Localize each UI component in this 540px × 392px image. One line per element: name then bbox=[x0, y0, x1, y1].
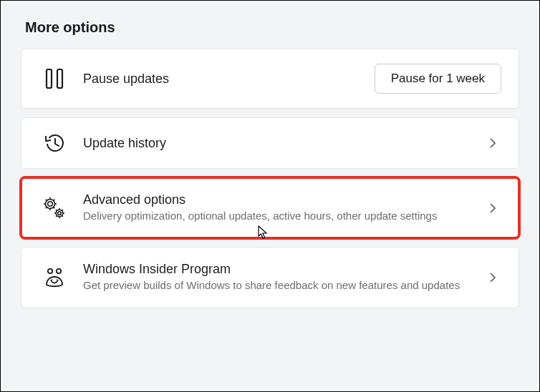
chevron-right-icon bbox=[484, 137, 501, 149]
svg-rect-1 bbox=[57, 69, 62, 88]
advanced-options-subtitle: Delivery optimization, optional updates,… bbox=[83, 209, 476, 223]
svg-line-9 bbox=[54, 207, 55, 208]
pause-icon bbox=[33, 68, 76, 89]
gears-icon bbox=[33, 197, 76, 220]
svg-line-11 bbox=[54, 199, 55, 200]
svg-line-21 bbox=[62, 210, 63, 211]
svg-point-13 bbox=[56, 210, 63, 217]
option-row-advanced-options[interactable]: Advanced options Delivery optimization, … bbox=[21, 177, 519, 238]
chevron-right-icon bbox=[484, 202, 501, 214]
history-icon bbox=[33, 132, 76, 154]
section-title: More options bbox=[25, 19, 519, 36]
chevron-right-icon bbox=[484, 272, 501, 283]
svg-point-22 bbox=[48, 269, 52, 273]
option-row-pause-updates[interactable]: Pause updates Pause for 1 week bbox=[21, 49, 519, 109]
update-history-title: Update history bbox=[83, 136, 166, 151]
pause-updates-title: Pause updates bbox=[83, 72, 169, 87]
insider-program-subtitle: Get preview builds of Windows to share f… bbox=[83, 278, 476, 293]
pause-for-1-week-button[interactable]: Pause for 1 week bbox=[375, 64, 501, 94]
cursor-icon bbox=[258, 225, 269, 240]
svg-rect-0 bbox=[47, 69, 52, 88]
option-row-update-history[interactable]: Update history bbox=[21, 117, 519, 169]
advanced-options-title: Advanced options bbox=[83, 192, 476, 207]
svg-point-23 bbox=[57, 269, 61, 273]
svg-line-18 bbox=[56, 210, 57, 211]
svg-point-2 bbox=[48, 201, 53, 206]
svg-line-20 bbox=[56, 215, 57, 217]
svg-line-8 bbox=[46, 199, 47, 200]
option-row-insider-program[interactable]: Windows Insider Program Get preview buil… bbox=[21, 247, 519, 308]
insider-program-title: Windows Insider Program bbox=[83, 262, 476, 277]
svg-line-19 bbox=[62, 215, 63, 217]
svg-point-12 bbox=[58, 211, 62, 215]
svg-point-3 bbox=[46, 199, 55, 208]
community-icon bbox=[33, 268, 76, 288]
svg-line-10 bbox=[46, 207, 47, 208]
